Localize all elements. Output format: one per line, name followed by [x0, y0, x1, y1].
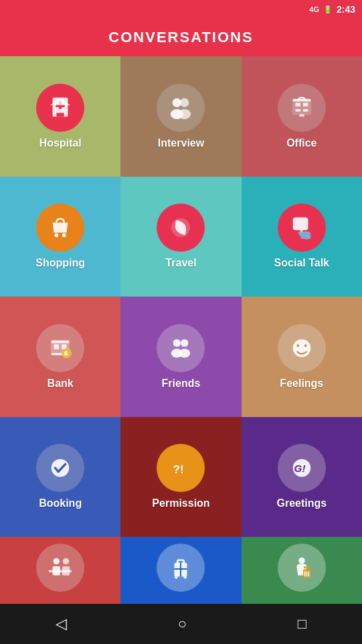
svg-rect-51 [304, 566, 310, 568]
travel-label: Travel [165, 257, 196, 269]
battery-icon: 🔋 [323, 5, 333, 14]
svg-point-26 [173, 339, 181, 346]
greetings-icon: G! [278, 444, 326, 492]
hospital-label: Hospital [39, 137, 82, 149]
home-button[interactable]: ○ [171, 609, 193, 639]
friends-icon [157, 324, 205, 372]
back-button[interactable]: ◁ [49, 609, 74, 639]
svg-point-27 [181, 339, 188, 346]
svg-rect-15 [299, 114, 304, 116]
grid-item-row5-2[interactable] [120, 537, 241, 604]
grid-item-friends[interactable]: Friends [120, 297, 241, 417]
grid-item-row5-3[interactable] [242, 537, 362, 604]
feelings-label: Feelings [280, 378, 323, 390]
social-talk-icon [278, 204, 326, 252]
svg-point-38 [54, 558, 60, 565]
signal-icon: 4G [309, 5, 319, 13]
bank-label: Bank [48, 378, 74, 390]
grid-item-permission[interactable]: ?! Permission [120, 417, 241, 538]
svg-rect-10 [295, 102, 300, 106]
svg-point-41 [63, 558, 70, 565]
hospital-icon [36, 84, 84, 132]
social-talk-label: Social Talk [274, 257, 329, 269]
svg-point-31 [296, 344, 299, 347]
svg-rect-12 [295, 109, 300, 112]
svg-text:?!: ?! [173, 463, 184, 476]
svg-rect-14 [293, 98, 311, 101]
grid-item-shopping[interactable]: Shopping [0, 177, 120, 297]
shopping-icon [36, 204, 84, 252]
svg-rect-42 [62, 566, 70, 575]
grid-item-interview[interactable]: Interview [120, 56, 241, 177]
svg-text:G!: G! [294, 463, 305, 474]
svg-rect-20 [54, 344, 60, 349]
booking-label: Booking [39, 497, 82, 509]
feelings-icon [278, 324, 326, 372]
grid-item-social-talk[interactable]: Social Talk [242, 177, 362, 297]
travel-icon [157, 204, 205, 252]
svg-point-5 [173, 98, 181, 107]
svg-point-16 [55, 234, 59, 238]
svg-point-32 [304, 344, 307, 347]
people-desk-icon [36, 544, 84, 592]
svg-point-29 [179, 349, 191, 357]
svg-text:$: $ [64, 349, 68, 357]
svg-point-48 [184, 576, 187, 579]
svg-rect-13 [303, 109, 308, 112]
navigation-bar: ◁ ○ □ [0, 604, 362, 644]
svg-point-8 [179, 109, 191, 119]
grid-item-row5-1[interactable] [0, 537, 120, 604]
grid-item-travel[interactable]: Travel [120, 177, 241, 297]
grid-item-bank[interactable]: $ Bank [0, 297, 120, 417]
interview-icon [157, 84, 205, 132]
svg-point-49 [298, 558, 305, 564]
grid-item-feelings[interactable]: Feelings [242, 297, 362, 417]
office-label: Office [286, 137, 316, 149]
interview-label: Interview [158, 137, 204, 149]
booking-icon [36, 444, 84, 492]
grid-item-booking[interactable]: Booking [0, 417, 120, 538]
svg-point-33 [52, 459, 70, 477]
svg-rect-3 [56, 112, 64, 116]
shopping-label: Shopping [35, 257, 85, 269]
bank-icon: $ [36, 324, 84, 372]
greetings-label: Greetings [276, 497, 327, 509]
clock: 2:43 [337, 4, 355, 15]
svg-point-17 [62, 234, 66, 238]
svg-rect-9 [293, 100, 311, 114]
svg-point-6 [181, 98, 189, 107]
svg-point-47 [175, 576, 178, 579]
grid-item-hospital[interactable]: Hospital [0, 56, 120, 177]
page-title: CONVERSATIONS [108, 29, 253, 46]
app-header: CONVERSATIONS [0, 19, 362, 56]
friends-label: Friends [162, 378, 201, 390]
person-trash-icon [278, 544, 326, 592]
recent-button[interactable]: □ [291, 609, 313, 639]
svg-rect-22 [52, 340, 70, 343]
conversations-grid: Hospital Interview [0, 56, 362, 604]
grid-item-office[interactable]: Office [242, 56, 362, 177]
luggage-icon [157, 544, 205, 592]
svg-rect-11 [303, 102, 308, 106]
permission-label: Permission [152, 497, 209, 509]
office-icon [278, 84, 326, 132]
permission-icon: ?! [157, 444, 205, 492]
status-bar: 4G 🔋 2:43 [0, 0, 362, 19]
grid-item-greetings[interactable]: G! Greetings [242, 417, 362, 538]
